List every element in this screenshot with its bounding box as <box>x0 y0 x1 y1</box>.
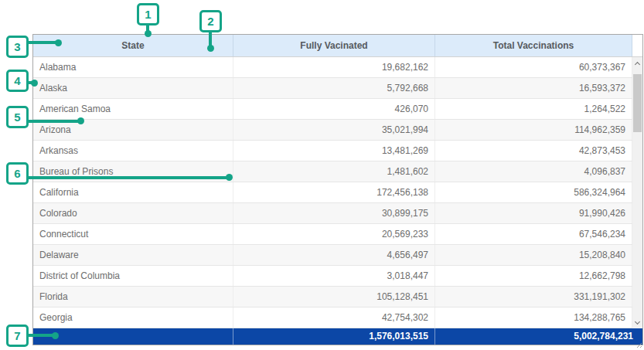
state-cell: Alaska <box>33 78 233 98</box>
callout-3-label: 3 <box>14 40 20 53</box>
state-cell: American Samoa <box>33 99 233 119</box>
total-vaccinations-cell: 12,662,798 <box>435 266 632 286</box>
fully-vaccinated-cell: 20,569,233 <box>233 224 435 244</box>
table-row[interactable]: California172,456,138586,324,964 <box>33 182 632 203</box>
fully-vaccinated-cell: 4,656,497 <box>233 245 435 265</box>
callout-5-label: 5 <box>14 110 20 124</box>
state-cell: Connecticut <box>33 224 233 244</box>
callout-6-label: 6 <box>14 167 20 180</box>
state-cell: Florida <box>33 287 233 307</box>
column-header-state[interactable]: State <box>33 35 233 56</box>
total-vaccinations-cell: 114,962,359 <box>435 120 632 140</box>
callout-5-dot <box>77 117 84 124</box>
callout-4-dot <box>31 80 38 87</box>
fully-vaccinated-cell: 5,792,668 <box>233 78 435 98</box>
scroll-up-icon <box>635 61 640 66</box>
total-vaccinations-cell: 15,208,840 <box>435 245 632 265</box>
callout-3-stem <box>27 41 58 44</box>
scroll-thumb[interactable] <box>633 74 642 132</box>
scroll-down-icon <box>635 318 640 324</box>
total-fully-vaccinated: 1,576,013,515 <box>233 328 435 345</box>
callout-7-box: 7 <box>6 325 29 347</box>
callout-2-dot <box>207 45 214 52</box>
total-total-vaccinations: 5,002,784,231 <box>435 328 642 345</box>
state-cell: Colorado <box>33 203 233 223</box>
table-row[interactable]: Connecticut20,569,23367,546,234 <box>33 224 632 245</box>
fully-vaccinated-cell: 35,021,994 <box>233 120 435 140</box>
callout-6-stem <box>27 176 230 179</box>
total-vaccinations-cell: 4,096,837 <box>435 161 632 182</box>
table-row[interactable]: Georgia42,754,302134,288,765 <box>33 308 632 328</box>
state-cell: Delaware <box>33 245 233 265</box>
callout-2-box: 2 <box>199 10 222 32</box>
callout-5-box: 5 <box>6 106 29 128</box>
annotated-table-screenshot: State Fully Vacinated Total Vaccinations… <box>0 0 644 350</box>
state-cell: District of Columbia <box>33 266 233 286</box>
table-row[interactable]: Arizona35,021,994114,962,359 <box>33 120 632 141</box>
state-vaccinations-table: State Fully Vacinated Total Vaccinations… <box>32 34 643 345</box>
fully-vaccinated-cell: 19,682,162 <box>233 57 435 77</box>
table-header-row: State Fully Vacinated Total Vaccinations <box>33 35 642 57</box>
callout-3-box: 3 <box>6 36 29 58</box>
table-row[interactable]: District of Columbia3,018,44712,662,798 <box>33 266 632 287</box>
table-body: Alabama19,682,16260,373,367Alaska5,792,6… <box>33 57 632 328</box>
total-vaccinations-cell: 1,264,522 <box>435 99 632 119</box>
total-vaccinations-cell: 91,990,426 <box>435 203 632 223</box>
callout-2-label: 2 <box>207 15 213 28</box>
column-header-fully-vaccinated[interactable]: Fully Vacinated <box>233 35 435 56</box>
table-row[interactable]: Arkansas13,481,26942,873,453 <box>33 141 632 161</box>
callout-4-label: 4 <box>14 74 20 87</box>
fully-vaccinated-cell: 105,128,451 <box>233 287 435 307</box>
total-vaccinations-cell: 134,288,765 <box>435 308 632 328</box>
state-cell: California <box>33 182 233 202</box>
resize-grip-icon[interactable] <box>635 342 642 348</box>
total-vaccinations-cell: 42,873,453 <box>435 141 632 161</box>
callout-6-box: 6 <box>6 162 29 185</box>
callout-1-label: 1 <box>145 8 151 21</box>
table-row[interactable]: Colorado30,899,17591,990,426 <box>33 203 632 224</box>
callout-7-dot <box>52 332 59 339</box>
fully-vaccinated-cell: 13,481,269 <box>233 141 435 161</box>
state-cell: Arkansas <box>33 141 233 161</box>
fully-vaccinated-cell: 1,481,602 <box>233 161 435 182</box>
total-vaccinations-cell: 67,546,234 <box>435 224 632 244</box>
vertical-scrollbar[interactable] <box>632 57 642 328</box>
state-cell: Georgia <box>33 308 233 328</box>
header-filler <box>632 35 642 56</box>
callout-6-dot <box>226 174 233 181</box>
callout-1-dot <box>145 30 152 37</box>
callout-3-dot <box>55 39 62 46</box>
callout-5-stem <box>27 120 81 123</box>
fully-vaccinated-cell: 30,899,175 <box>233 203 435 223</box>
callout-7-label: 7 <box>14 329 20 342</box>
table-row[interactable]: Delaware4,656,49715,208,840 <box>33 245 632 266</box>
fully-vaccinated-cell: 426,070 <box>233 99 435 119</box>
column-header-total-vaccinations[interactable]: Total Vaccinations <box>435 35 632 56</box>
scroll-up-button[interactable] <box>632 57 642 69</box>
total-vaccinations-cell: 586,324,964 <box>435 182 632 202</box>
table-row[interactable]: American Samoa426,0701,264,522 <box>33 99 632 120</box>
fully-vaccinated-cell: 42,754,302 <box>233 308 435 328</box>
scroll-down-button[interactable] <box>632 317 642 328</box>
callout-4-box: 4 <box>6 70 29 92</box>
total-vaccinations-cell: 331,191,302 <box>435 287 632 307</box>
total-state-cell <box>33 328 233 345</box>
state-cell: Alabama <box>33 57 233 77</box>
fully-vaccinated-cell: 3,018,447 <box>233 266 435 286</box>
table-row[interactable]: Florida105,128,451331,191,302 <box>33 287 632 308</box>
callout-1-box: 1 <box>137 3 159 25</box>
table-row[interactable]: Alabama19,682,16260,373,367 <box>33 57 632 78</box>
total-vaccinations-cell: 16,593,372 <box>435 78 632 98</box>
total-row: 1,576,013,515 5,002,784,231 <box>33 328 642 345</box>
table-row[interactable]: Alaska5,792,66816,593,372 <box>33 78 632 99</box>
total-vaccinations-cell: 60,373,367 <box>435 57 632 77</box>
fully-vaccinated-cell: 172,456,138 <box>233 182 435 202</box>
